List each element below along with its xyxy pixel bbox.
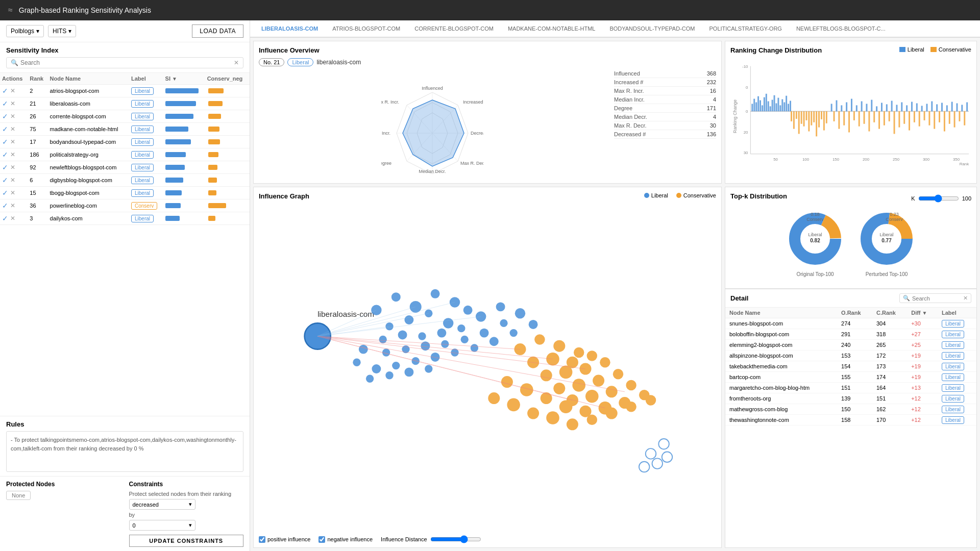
- svg-rect-209: [941, 103, 943, 111]
- sensitivity-table: Actions Rank Node Name Label SI ▼ Conser…: [0, 73, 250, 225]
- tab-corrente[interactable]: CORRENTE-BLOGSPOT-COM: [407, 20, 501, 37]
- svg-point-108: [646, 448, 656, 459]
- remove-icon[interactable]: ✕: [10, 189, 15, 196]
- svg-point-27: [443, 318, 453, 328]
- svg-rect-191: [896, 105, 898, 111]
- tab-madkane[interactable]: MADKANE-COM-NOTABLE-HTML: [501, 20, 603, 37]
- svg-rect-187: [886, 104, 888, 111]
- remove-icon[interactable]: ✕: [10, 202, 15, 209]
- svg-rect-146: [783, 102, 785, 111]
- clear-icon[interactable]: ✕: [234, 59, 239, 66]
- col-node-name: Node Name: [48, 73, 129, 85]
- remove-icon[interactable]: ✕: [10, 113, 15, 120]
- tab-politicalstrategy[interactable]: POLITICALSTRATEGY-ORG: [702, 20, 789, 37]
- check-icon[interactable]: ✓: [2, 99, 8, 108]
- check-icon[interactable]: ✓: [2, 176, 8, 184]
- topk-title: Top-k Distribution: [730, 192, 787, 200]
- svg-rect-162: [821, 111, 822, 119]
- detail-clear-icon[interactable]: ✕: [963, 295, 968, 302]
- decrease-dropdown[interactable]: decreased ▾: [129, 499, 195, 510]
- toolbar: Polblogs ▾ HITS ▾ LOAD DATA: [0, 20, 250, 42]
- remove-icon[interactable]: ✕: [10, 151, 15, 158]
- svg-rect-172: [848, 111, 850, 132]
- svg-text:Increased #: Increased #: [463, 99, 483, 105]
- detail-table-row: mathewgross-com-blog 150 162 +12 Liberal: [725, 404, 976, 415]
- check-icon[interactable]: ✓: [2, 125, 8, 133]
- graph-legend: Liberal Conservative: [644, 192, 716, 198]
- svg-rect-159: [813, 111, 815, 122]
- influence-distance-slider[interactable]: [430, 535, 481, 543]
- by-value-dropdown[interactable]: 0 ▾: [129, 520, 195, 531]
- check-icon[interactable]: ✓: [2, 214, 8, 222]
- svg-rect-207: [936, 104, 938, 111]
- negative-influence-checkbox[interactable]: negative influence: [318, 536, 373, 543]
- remove-icon[interactable]: ✕: [10, 138, 15, 145]
- label-badge: Liberal: [131, 138, 154, 146]
- check-icon[interactable]: ✓: [2, 189, 8, 197]
- svg-point-54: [529, 320, 538, 329]
- search-input[interactable]: [20, 59, 234, 66]
- tab-bodyandsoul[interactable]: BODYANDSOUL-TYPEPAD-COM: [602, 20, 702, 37]
- liberal-rect: [899, 47, 905, 52]
- content-area: Influence Overview No. 21 Liberal libera…: [250, 38, 980, 551]
- svg-text:Conserv: Conserv: [886, 217, 903, 222]
- svg-rect-169: [841, 105, 842, 111]
- tab-newleftblogs[interactable]: NEWLEFTBLOGS-BLOGSPOT-C...: [789, 20, 893, 37]
- check-icon[interactable]: ✓: [2, 202, 8, 210]
- label-badge: Liberal: [131, 126, 154, 133]
- load-data-button[interactable]: LOAD DATA: [192, 24, 243, 38]
- svg-point-56: [385, 371, 393, 379]
- remove-icon[interactable]: ✕: [10, 215, 15, 222]
- check-icon[interactable]: ✓: [2, 87, 8, 95]
- svg-text:250: 250: [893, 157, 900, 162]
- protected-nodes-title: Protected Nodes: [6, 481, 121, 488]
- check-icon[interactable]: ✓: [2, 112, 8, 120]
- remove-icon[interactable]: ✕: [10, 164, 15, 171]
- check-icon[interactable]: ✓: [2, 138, 8, 146]
- influence-graph-panel: Influence Graph Liberal Conservative: [253, 187, 722, 548]
- detail-table-row: thewashingtonnote-com 158 170 +12 Libera…: [725, 415, 976, 425]
- remove-icon[interactable]: ✕: [10, 126, 15, 133]
- svg-rect-171: [846, 102, 847, 111]
- tab-atrios[interactable]: ATRIOS-BLOGSPOT-COM: [325, 20, 407, 37]
- detail-search-input[interactable]: [912, 295, 963, 302]
- svg-point-92: [587, 415, 597, 425]
- positive-influence-checkbox[interactable]: positive influence: [259, 536, 310, 543]
- middle-panels: Influence Overview No. 21 Liberal libera…: [250, 38, 725, 551]
- label-badge: Liberal: [131, 113, 154, 120]
- svg-rect-156: [806, 111, 807, 120]
- sensitivity-index-section: Sensitivity Index 🔍 ✕: [0, 42, 250, 73]
- svg-text:-10: -10: [742, 64, 748, 69]
- table-row: ✓✕ 26 corrente-blogspot-com Liberal: [0, 110, 250, 123]
- header-icon: ≈: [8, 6, 13, 15]
- svg-rect-137: [766, 94, 767, 111]
- detail-label-badge: Liberal: [942, 384, 964, 392]
- svg-text:0.77: 0.77: [881, 238, 892, 243]
- remove-icon[interactable]: ✕: [10, 87, 15, 94]
- svg-text:0: 0: [746, 85, 748, 90]
- svg-point-95: [646, 395, 656, 405]
- svg-point-18: [305, 323, 331, 349]
- right-panels: Ranking Change Distribution Liberal Cons…: [725, 38, 980, 551]
- table-row: ✓✕ 15 tbogg-blogspot-com Liberal: [0, 187, 250, 199]
- svg-point-68: [559, 366, 573, 379]
- sensitivity-table-container: Actions Rank Node Name Label SI ▼ Conser…: [0, 73, 250, 416]
- conservative-rect: [930, 47, 937, 52]
- svg-text:Median Decr.: Median Decr.: [419, 169, 446, 174]
- tab-liberaloasis[interactable]: LIBERALOASIS-COM: [254, 20, 325, 38]
- remove-icon[interactable]: ✕: [10, 100, 15, 107]
- dataset-select[interactable]: Polblogs ▾: [6, 25, 44, 37]
- k-slider[interactable]: [918, 194, 959, 203]
- algorithm-chevron-icon: ▾: [68, 28, 71, 35]
- check-icon[interactable]: ✓: [2, 163, 8, 171]
- table-row: ✓✕ 75 madkane-com-notable-html Liberal: [0, 123, 250, 136]
- detail-table-row: boloboffin-blogspot-com 291 318 +27 Libe…: [725, 329, 976, 340]
- svg-rect-197: [911, 102, 913, 111]
- svg-rect-158: [811, 111, 812, 126]
- check-icon[interactable]: ✓: [2, 151, 8, 159]
- update-constraints-button[interactable]: UPDATE CONSTRAINTS: [129, 535, 244, 547]
- detail-label-badge: Liberal: [942, 395, 964, 403]
- remove-icon[interactable]: ✕: [10, 177, 15, 184]
- algorithm-select[interactable]: HITS ▾: [48, 25, 76, 37]
- svg-point-24: [385, 322, 393, 330]
